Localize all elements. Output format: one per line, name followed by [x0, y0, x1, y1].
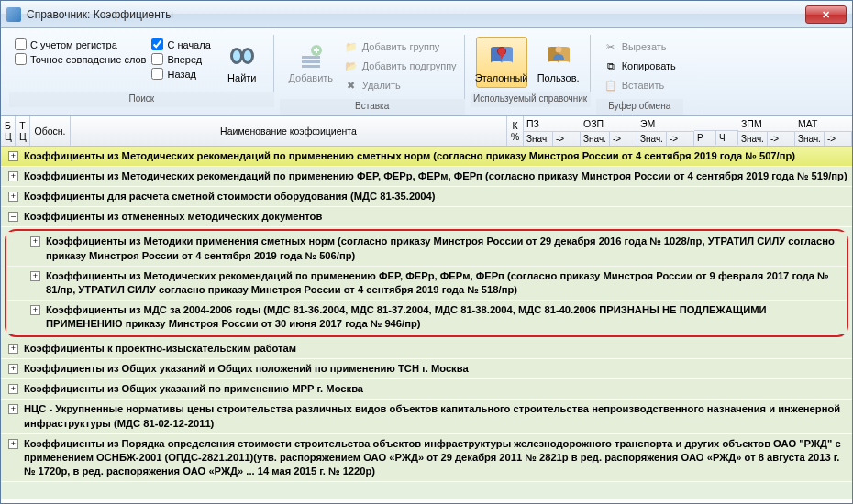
table-row[interactable]: +Коэффициенты из Методики применения сме… [6, 232, 847, 266]
col-obos[interactable]: Обосн. [30, 116, 71, 146]
add-icon [296, 41, 326, 71]
app-icon [6, 7, 21, 22]
svg-rect-6 [302, 60, 320, 63]
expand-icon[interactable]: + [8, 384, 18, 394]
col-ozp[interactable]: ОЗПЗнач.-> [581, 116, 637, 146]
expand-icon[interactable]: + [30, 305, 40, 315]
col-name[interactable]: Наименование коэффициента [71, 116, 507, 146]
tree-body[interactable]: +Коэффициенты из Методических рекомендац… [1, 147, 852, 499]
expand-icon[interactable]: + [8, 171, 18, 181]
main-window: Справочник: Коэффициенты ✕ С учетом реги… [0, 0, 853, 504]
col-tc[interactable]: Т Ц [16, 116, 30, 146]
add-subgroup-icon: 📂 [344, 59, 359, 73]
expand-icon[interactable]: + [8, 364, 18, 374]
ribbon-group-search: С учетом регистра Точное совпадение слов… [8, 34, 275, 115]
chk-case[interactable]: С учетом регистра [15, 38, 146, 50]
col-mat[interactable]: МАТЗнач.-> [795, 116, 852, 146]
svg-rect-5 [302, 56, 320, 59]
cut-button: ✂Вырезать [602, 38, 678, 55]
table-row[interactable]: +Коэффициенты из Методических рекомендац… [1, 147, 852, 167]
svg-rect-7 [302, 65, 320, 68]
expand-icon[interactable]: + [8, 439, 18, 449]
table-header: Б Ц Т Ц Обосн. Наименование коэффициента… [1, 116, 852, 147]
col-kpc[interactable]: К % [507, 116, 524, 146]
book-user-icon [544, 41, 573, 71]
titlebar[interactable]: Справочник: Коэффициенты ✕ [1, 1, 852, 28]
ribbon-group-directory: Эталонный Пользов. Используемый справочн… [470, 34, 592, 115]
chk-from-start[interactable]: С начала [151, 38, 210, 50]
expand-icon[interactable]: + [30, 236, 40, 247]
add-subgroup-button: 📂Добавить подгруппу [342, 58, 459, 74]
ribbon-label-dir: Используемый справочник [471, 92, 591, 107]
highlight-group: +Коэффициенты из Методики применения сме… [5, 229, 848, 337]
find-button[interactable]: Найти [216, 37, 268, 88]
svg-point-3 [244, 50, 251, 61]
expand-icon[interactable]: + [8, 344, 18, 354]
col-ch[interactable]: Ч [716, 116, 738, 146]
scissors-icon: ✂ [604, 39, 618, 54]
table-row[interactable]: +Коэффициенты из Методических рекомендац… [1, 167, 852, 187]
expand-icon[interactable]: + [8, 151, 18, 161]
reference-button[interactable]: Эталонный [476, 37, 527, 88]
ribbon-group-insert: Добавить 📁Добавить группу 📂Добавить подг… [279, 34, 466, 115]
col-pz[interactable]: ПЗЗнач.-> [524, 116, 581, 146]
chk-forward[interactable]: Вперед [151, 53, 210, 65]
svg-point-12 [555, 47, 561, 53]
table-row[interactable]: +Коэффициенты из Методических рекомендац… [6, 267, 847, 301]
user-button[interactable]: Пользов. [533, 37, 584, 88]
delete-button: ✖Удалить [342, 77, 459, 93]
svg-rect-10 [316, 48, 317, 53]
table-row[interactable]: +НЦС - Укрупненные нормативы цены строит… [1, 400, 852, 433]
ribbon-label-search: Поиск [9, 92, 274, 107]
table-row[interactable]: +Коэффициенты из МДС за 2004-2006 годы (… [6, 301, 847, 334]
add-group-button: 📁Добавить группу [342, 38, 459, 55]
table-row[interactable]: –Коэффициенты из отмененных методических… [1, 207, 852, 227]
ribbon-label-clip: Буфер обмена [596, 99, 683, 115]
col-r[interactable]: Р [694, 116, 716, 146]
col-zpm[interactable]: ЗПМЗнач.-> [738, 116, 795, 146]
copy-icon: ⧉ [604, 59, 618, 73]
book-ribbon-icon [487, 41, 516, 71]
table-row[interactable]: +Коэффициенты к проектно-изыскательским … [1, 339, 852, 359]
ribbon-label-insert: Вставка [280, 99, 465, 115]
collapse-icon[interactable]: – [8, 212, 18, 222]
svg-point-2 [233, 50, 240, 61]
col-bc[interactable]: Б Ц [1, 116, 16, 146]
col-em[interactable]: ЭМЗнач.-> [637, 116, 694, 146]
svg-rect-4 [240, 52, 244, 58]
svg-point-8 [311, 45, 322, 56]
expand-icon[interactable]: + [8, 192, 18, 202]
table-row[interactable]: +Коэффициенты для расчета сметной стоимо… [1, 187, 852, 207]
add-group-icon: 📁 [344, 39, 359, 54]
svg-rect-9 [314, 49, 319, 51]
expand-icon[interactable]: + [30, 271, 40, 281]
table-row[interactable]: +Коэффициенты из Общих указаний и Общих … [1, 359, 852, 379]
delete-icon: ✖ [344, 78, 359, 93]
ribbon-group-clipboard: ✂Вырезать ⧉Копировать 📋Вставить Буфер об… [595, 34, 684, 115]
copy-button[interactable]: ⧉Копировать [602, 58, 678, 74]
expand-icon[interactable]: + [8, 404, 18, 414]
chk-exact[interactable]: Точное совпадение слов [15, 53, 146, 65]
paste-button: 📋Вставить [602, 77, 678, 93]
add-button: Добавить [285, 37, 337, 88]
chk-back[interactable]: Назад [151, 68, 210, 80]
table-row[interactable]: +Коэффициенты из Порядка определения сто… [1, 434, 852, 482]
ribbon: С учетом регистра Точное совпадение слов… [1, 28, 852, 116]
table-row[interactable]: +Коэффициенты из Общих указаний по приме… [1, 379, 852, 400]
binoculars-icon [227, 41, 257, 71]
paste-icon: 📋 [604, 78, 618, 93]
close-button[interactable]: ✕ [805, 5, 847, 24]
window-title: Справочник: Коэффициенты [27, 8, 805, 21]
